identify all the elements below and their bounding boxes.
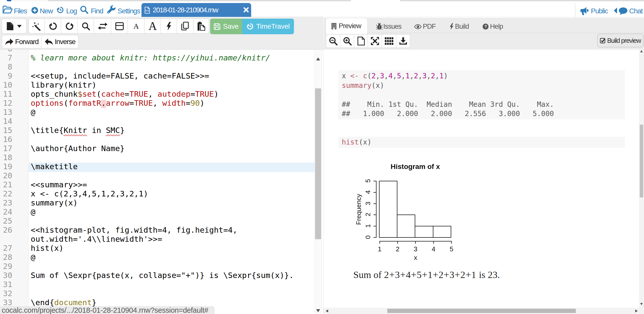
svg-text:?: ? xyxy=(484,24,487,29)
svg-text:TeX: TeX xyxy=(145,9,149,12)
